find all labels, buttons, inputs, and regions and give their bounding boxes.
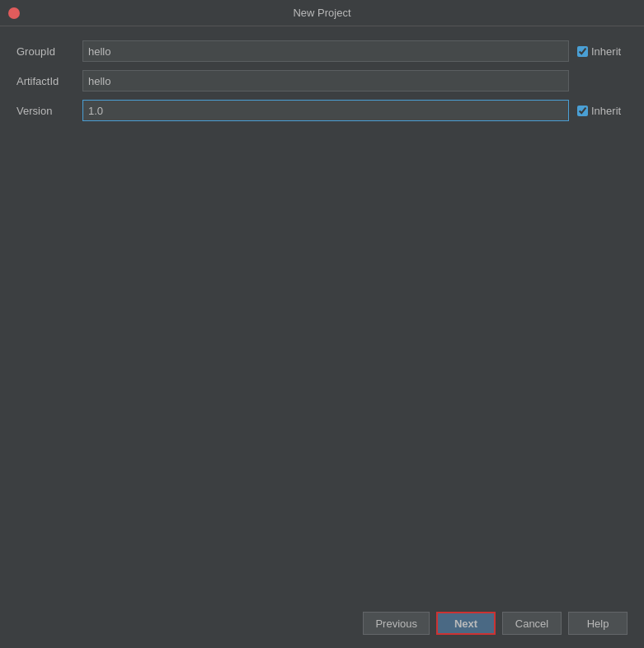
title-bar: New Project — [0, 0, 644, 26]
content-area: GroupId Inherit ArtifactId Version Inher… — [0, 26, 644, 603]
artifactid-input[interactable] — [82, 70, 569, 92]
next-button[interactable]: Next — [436, 612, 496, 635]
version-row: Version Inherit — [16, 99, 628, 122]
groupid-row: GroupId Inherit — [16, 40, 628, 63]
groupid-input[interactable] — [82, 40, 569, 62]
version-input[interactable] — [82, 100, 569, 121]
content-spacer — [16, 129, 628, 590]
groupid-label: GroupId — [16, 45, 82, 58]
version-inherit: Inherit — [577, 105, 621, 117]
help-button[interactable]: Help — [568, 612, 628, 635]
artifactid-row: ArtifactId — [16, 69, 628, 92]
previous-button[interactable]: Previous — [363, 612, 430, 635]
groupid-inherit-label: Inherit — [591, 45, 621, 58]
version-label: Version — [16, 105, 82, 117]
close-button[interactable] — [8, 7, 20, 19]
groupid-inherit: Inherit — [577, 45, 621, 58]
artifactid-label: ArtifactId — [16, 75, 82, 87]
new-project-dialog: New Project GroupId Inherit ArtifactId V… — [0, 0, 644, 648]
groupid-inherit-checkbox[interactable] — [577, 46, 588, 57]
dialog-title: New Project — [293, 7, 350, 19]
version-inherit-checkbox[interactable] — [577, 106, 588, 116]
button-row: Previous Next Cancel Help — [0, 603, 644, 648]
version-inherit-label: Inherit — [591, 105, 621, 117]
cancel-button[interactable]: Cancel — [502, 612, 562, 635]
